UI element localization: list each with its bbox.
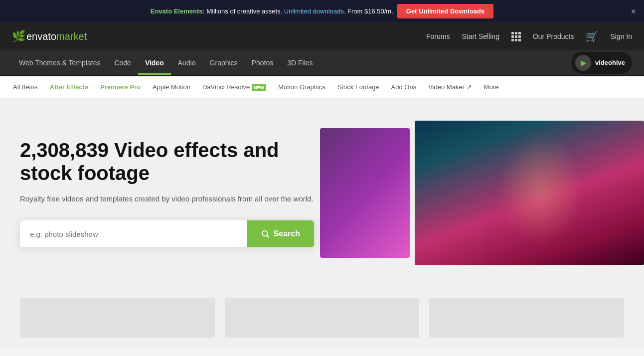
hero-subtitle: Royalty free videos and templates create… [20,193,319,205]
forums-link[interactable]: Forums [426,32,450,40]
get-unlimited-button[interactable]: Get Unlimited Downloads [397,4,493,18]
subnav-after-effects[interactable]: After Effects [45,81,93,93]
new-badge: NEW [252,84,266,91]
banner-text3: From $16.50/m. [347,7,393,15]
logo-envato-text: envato [26,31,56,42]
card-placeholder-1 [20,298,215,338]
hero-content: 2,308,839 Video effects and stock footag… [20,139,319,248]
subnav-video-maker[interactable]: Video Maker ↗ [423,81,477,93]
promo-banner: Envato Elements: Millions of creative as… [0,0,644,22]
subnav-more[interactable]: More [479,81,504,93]
svg-point-0 [262,231,268,236]
nav-audio[interactable]: Audio [171,51,203,75]
nav-web-themes[interactable]: Web Themes & Templates [12,51,107,75]
top-navigation: 🌿 envato market Forums Start Selling Our… [0,22,644,50]
subnav-apple-motion[interactable]: Apple Motion [148,81,195,93]
nav-graphics[interactable]: Graphics [203,51,245,75]
hero-section: 2,308,839 Video effects and stock footag… [0,98,644,288]
search-icon [261,229,270,238]
main-navigation: Web Themes & Templates Code Video Audio … [0,50,644,76]
signin-link[interactable]: Sign In [610,32,632,40]
products-grid-icon[interactable] [511,32,521,41]
hero-images [290,98,644,288]
card-placeholder-2 [225,298,420,338]
videohive-badge: ▶ videohive [571,52,632,74]
banner-text1: Millions of creative assets. [206,7,282,15]
sub-navigation: All Items After Effects Premiere Pro App… [0,76,644,98]
subnav-davinci-resolve[interactable]: DaVinci ResolveNEW [197,81,271,93]
search-button[interactable]: Search [247,220,314,247]
search-btn-label: Search [274,229,300,238]
logo-market-text: market [56,31,87,42]
subnav-add-ons[interactable]: Add Ons [386,81,422,93]
nav-photos[interactable]: Photos [245,51,281,75]
cart-icon[interactable]: 🛒 [586,30,598,42]
search-input[interactable] [20,221,247,247]
nav-3d-files[interactable]: 3D Files [280,51,320,75]
hero-title: 2,308,839 Video effects and stock footag… [20,139,319,184]
start-selling-link[interactable]: Start Selling [462,32,499,40]
hero-main-image [415,121,644,265]
bottom-cards-row [0,288,644,348]
videohive-icon: ▶ [575,55,591,71]
topnav-links: Forums Start Selling Our Products 🛒 Sign… [426,30,632,42]
svg-line-1 [267,236,269,238]
search-box: Search [20,220,314,247]
banner-link-unlimited[interactable]: Unlimited downloads. [284,7,346,15]
subnav-premiere-pro[interactable]: Premiere Pro [95,81,146,93]
banner-brand: Envato Elements: [151,7,205,15]
subnav-motion-graphics[interactable]: Motion Graphics [273,81,330,93]
our-products-link[interactable]: Our Products [533,32,574,40]
subnav-stock-footage[interactable]: Stock Footage [332,81,384,93]
hero-bg-image-1 [320,128,410,258]
nav-code[interactable]: Code [107,51,138,75]
nav-video[interactable]: Video [138,51,171,75]
logo-link[interactable]: 🌿 envato market [12,30,87,43]
hero-image-art [415,121,644,265]
logo-leaf-icon: 🌿 [12,30,25,43]
subnav-all-items[interactable]: All Items [8,81,43,93]
card-placeholder-3 [429,298,624,338]
videohive-label: videohive [595,59,625,66]
banner-close-icon[interactable]: × [631,6,636,16]
banner-text: Envato Elements: Millions of creative as… [151,7,393,15]
